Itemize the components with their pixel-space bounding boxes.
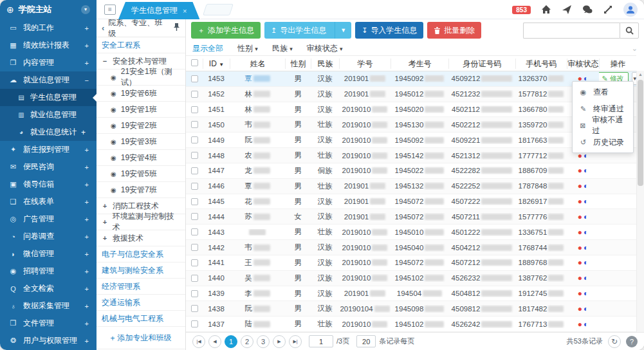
table-row[interactable]: 1440吴男汉族2019010194510245262321387762●◐	[186, 271, 636, 286]
row-checkbox[interactable]	[191, 75, 198, 82]
column-header-手机号码[interactable]: 手机号码	[515, 59, 567, 69]
table-row[interactable]: 1452林男汉族201901194501245212321577812●◐	[186, 87, 636, 102]
sidebar-item-广告管理[interactable]: ◎广告管理+	[0, 210, 97, 228]
back-chevron-icon[interactable]: ‹	[102, 23, 104, 33]
table-row[interactable]: 1444苏女汉族201901194507245072111577776●◐	[186, 209, 636, 225]
page-number-input[interactable]	[309, 335, 333, 347]
expand-toggle-icon[interactable]: +	[85, 233, 89, 241]
page-size-input[interactable]	[356, 335, 376, 347]
import-student-button[interactable]: ↧ 导入学生信息	[355, 22, 423, 39]
comments-icon[interactable]	[582, 5, 593, 15]
sidebar-subitem-就业信息统计[interactable]: ◕就业信息统计+	[0, 124, 97, 141]
table-row[interactable]: 1442韦男汉族2019010194504045042121768744●◐	[186, 240, 636, 255]
sidebar-header[interactable]: ⊕ 学院主站 ▾	[0, 0, 97, 19]
table-row[interactable]: 1437陆男壮族2019010194510245262421767713●◐	[186, 317, 636, 332]
expand-toggle-icon[interactable]: +	[85, 198, 89, 206]
column-header-身份证号码[interactable]: 身份证号码	[448, 59, 515, 69]
column-header-姓名[interactable]: 姓名	[230, 59, 285, 69]
sidebar-item-全文检索[interactable]: Q全文检索+	[0, 280, 97, 297]
scrollbar-thumb[interactable]	[638, 80, 643, 186]
row-checkbox[interactable]	[191, 136, 198, 143]
select-all-checkbox[interactable]	[191, 59, 198, 66]
dropdown-item-审核不通过[interactable]: ⊠审核不通过	[573, 117, 633, 134]
tree-node-电子与信息安全系[interactable]: 电子与信息安全系	[97, 246, 185, 262]
sidebar-item-绩效统计报表[interactable]: ▦绩效统计报表+	[0, 37, 97, 54]
sidebar-item-领导信箱[interactable]: ▣领导信箱+	[0, 176, 97, 193]
table-row[interactable]: 1443男壮族2019010194501045012221336751●◐	[186, 225, 636, 240]
expand-toggle-icon[interactable]: +	[85, 146, 89, 154]
sidebar-item-文件管理[interactable]: ❒文件管理+	[0, 315, 97, 332]
next-page-button[interactable]: ▶	[273, 335, 286, 348]
tree-node-19安管1班[interactable]: ◉19安管1班	[97, 102, 185, 118]
tree-toggle-icon[interactable]: +	[102, 202, 108, 210]
row-checkbox[interactable]	[191, 121, 198, 128]
hamburger-icon[interactable]: ≡	[104, 5, 116, 15]
student-name[interactable]: 覃	[244, 74, 252, 84]
last-page-button[interactable]: ▶|	[289, 335, 302, 348]
page-button-3[interactable]: 3	[257, 335, 270, 348]
sidebar-item-问卷调查[interactable]: ◔问卷调查+	[0, 228, 97, 245]
chevron-circle-icon[interactable]: ▾	[81, 5, 90, 14]
sidebar-item-内容管理[interactable]: ❐内容管理+	[0, 54, 97, 71]
expand-toggle-icon[interactable]: +	[85, 337, 89, 345]
search-input[interactable]	[523, 23, 620, 39]
table-row[interactable]: 1451林男汉族2019010194502045021121366780●◐	[186, 102, 636, 118]
help-icon[interactable]: ?	[626, 336, 638, 347]
sort-desc-icon[interactable]: ▼	[219, 62, 224, 68]
tree-node-建筑与测绘安全系[interactable]: 建筑与测绘安全系	[97, 262, 185, 279]
tree-node-19安管4班[interactable]: ◉19安管4班	[97, 150, 185, 166]
column-header-审核状态[interactable]: 审核状态	[567, 59, 599, 69]
scroll-up-arrow[interactable]: ▲	[637, 71, 644, 78]
table-row[interactable]: 1450韦男壮族2019010194513045022121359720●◐	[186, 117, 636, 133]
row-checkbox[interactable]	[191, 152, 198, 159]
column-header-操作[interactable]: 操作	[599, 59, 636, 69]
row-checkbox[interactable]	[191, 167, 198, 174]
tree-toggle-icon[interactable]: +	[102, 234, 108, 242]
sidebar-subitem-就业信息管理[interactable]: ▥就业信息管理	[0, 106, 97, 124]
tree-node-经济管理系[interactable]: 经济管理系	[97, 279, 185, 295]
tree-node-19安管5班[interactable]: ◉19安管5班	[97, 166, 185, 182]
tree-node-安全工程系[interactable]: 安全工程系	[97, 37, 185, 53]
expand-toggle-icon[interactable]: +	[85, 285, 89, 293]
row-checkbox[interactable]	[191, 259, 198, 266]
home-icon[interactable]	[541, 5, 551, 15]
refresh-icon[interactable]: ↻	[608, 335, 621, 348]
tree-node-19安管3班[interactable]: ◉19安管3班	[97, 134, 185, 150]
send-icon[interactable]	[562, 5, 572, 15]
dropdown-item-历史记录[interactable]: ↺历史记录	[573, 134, 633, 151]
add-student-button[interactable]: ＋ 添加学生信息	[191, 22, 261, 39]
sidebar-item-就业信息管理[interactable]: ☁就业信息管理−	[0, 71, 97, 89]
tree-toggle-icon[interactable]: +	[102, 218, 108, 226]
expand-toggle-icon[interactable]: +	[81, 128, 86, 137]
show-all-filter[interactable]: 显示全部	[192, 43, 223, 54]
filter-collapse-chevron[interactable]: ⌄	[632, 44, 638, 53]
column-header-性别[interactable]: 性别	[285, 59, 311, 69]
sidebar-item-用户与权限管理[interactable]: ❂用户与权限管理+	[0, 332, 97, 349]
page-button-2[interactable]: 2	[241, 335, 253, 348]
row-checkbox[interactable]	[191, 106, 198, 113]
expand-toggle-icon[interactable]: +	[85, 181, 89, 189]
tree-node-19安管7班[interactable]: ◉19安管7班	[97, 182, 185, 198]
table-row[interactable]: 1446覃男壮族201901194513245222521787848●◐	[186, 179, 636, 194]
table-row[interactable]: 1445花男汉族201901194507245072221826917●◐	[186, 194, 636, 210]
table-row[interactable]: 1441王男汉族2019010194507245072121889768●◐	[186, 255, 636, 271]
add-major-class-button[interactable]: +添加专业和班级	[97, 327, 185, 349]
expand-icon[interactable]	[603, 5, 613, 15]
table-row[interactable]: 1448农男壮族2019010194514245213121777712●◐	[186, 148, 636, 163]
expand-toggle-icon[interactable]: +	[85, 42, 89, 50]
expand-toggle-icon[interactable]: +	[85, 163, 89, 171]
tab-student-info[interactable]: 学生信息管理 ×	[118, 2, 199, 19]
tree-node-19安管2班[interactable]: ◉19安管2班	[97, 118, 185, 134]
row-checkbox[interactable]	[191, 290, 198, 297]
tree-node-机械与电气工程系[interactable]: 机械与电气工程系	[97, 311, 185, 327]
row-checkbox[interactable]	[191, 91, 198, 98]
batch-delete-button[interactable]: 批量删除	[427, 22, 481, 39]
sidebar-item-微信管理[interactable]: ◗微信管理+	[0, 245, 97, 262]
expand-toggle-icon[interactable]: +	[85, 320, 89, 327]
row-checkbox[interactable]	[191, 320, 198, 327]
column-header-民族[interactable]: 民族	[311, 59, 339, 69]
prev-page-button[interactable]: ◀	[208, 335, 221, 348]
gender-filter[interactable]: 性别 ▾	[237, 43, 258, 54]
expand-toggle-icon[interactable]: +	[85, 250, 89, 258]
expand-toggle-icon[interactable]: +	[85, 216, 89, 223]
